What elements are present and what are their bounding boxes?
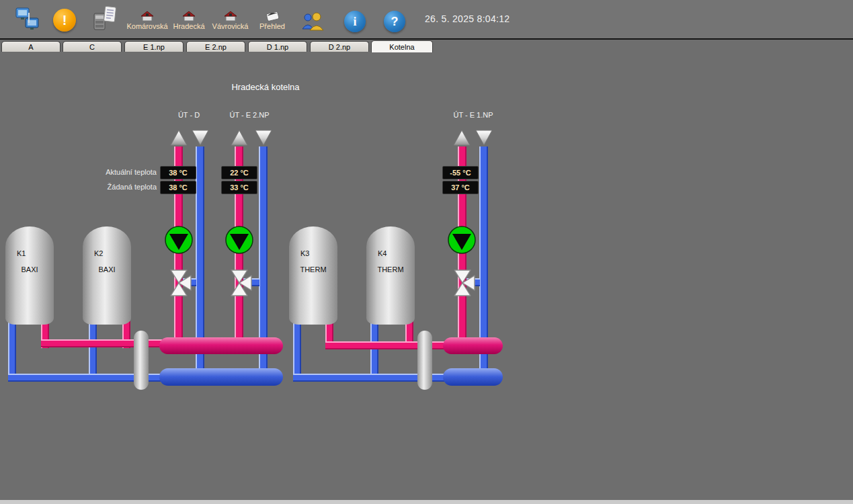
circuit-label-ut-e1np: ÚT - E 1.NP <box>440 111 507 119</box>
tab-a[interactable]: A <box>1 41 60 52</box>
boiler-k3-return-stub <box>293 321 301 382</box>
return-down-arrow-icon <box>191 129 210 146</box>
circuit-label-ut-d: ÚT - D <box>162 111 216 119</box>
boiler-id: K1 <box>17 249 26 257</box>
tab-e2np[interactable]: E 2.np <box>186 41 245 52</box>
site-button-hradecka[interactable]: Hradecká <box>169 5 209 35</box>
help-icon: ? <box>384 11 405 32</box>
return-down-arrow-icon <box>254 129 273 146</box>
tab-d2np[interactable]: D 2.np <box>310 41 369 52</box>
tab-kotelna[interactable]: Kotelna <box>371 40 433 52</box>
info-icon: i <box>344 11 366 32</box>
building-icon <box>140 10 155 22</box>
return-header-right <box>443 368 503 386</box>
mixing-valve-ut-e2np-icon <box>227 266 253 300</box>
boiler-brand: THERM <box>289 265 337 274</box>
supply-up-arrow-icon <box>169 129 188 146</box>
circuit-label-ut-e2np: ÚT - E 2.NP <box>216 111 283 119</box>
supply-up-arrow-icon <box>230 129 249 146</box>
return-header-left <box>159 368 283 386</box>
building-icon <box>181 10 196 22</box>
help-button[interactable]: ? <box>384 9 407 34</box>
boiler-brand: BAXI <box>5 265 54 274</box>
bottom-strip <box>0 500 853 504</box>
report-print-button[interactable] <box>91 0 118 38</box>
toolbar: ! Komárov <box>0 0 853 40</box>
site-button-vavrovicka[interactable]: Vávrovická <box>209 5 251 35</box>
circulation-pump-ut-d-icon <box>164 225 194 255</box>
tab-c[interactable]: C <box>63 41 122 52</box>
boiler-brand: BAXI <box>83 265 131 274</box>
boiler-k1: K1 BAXI <box>5 226 54 325</box>
alarm-button[interactable]: ! <box>53 7 79 34</box>
actual-temp-display-ut-d: 38 °C <box>160 166 196 179</box>
overview-button[interactable]: Přehled <box>255 5 290 35</box>
boiler-k4: K4 THERM <box>366 226 415 325</box>
supply-header-right <box>443 337 503 354</box>
tab-strip: A C E 1.np E 2.np D 1.np D 2.np Kotelna <box>0 40 853 54</box>
boiler-k3: K3 THERM <box>289 226 337 325</box>
site-button-label: Vávrovická <box>209 22 251 30</box>
overview-page-icon <box>264 10 280 22</box>
datetime-display: 26. 5. 2025 8:04:12 <box>425 13 510 24</box>
boiler-k2: K2 BAXI <box>83 226 131 325</box>
tab-e1np[interactable]: E 1.np <box>124 41 184 52</box>
setpoint-temp-display-ut-e2np: 33 °C <box>221 181 257 194</box>
mixing-valve-ut-e1np-icon <box>450 266 477 300</box>
boiler-k1-return-stub <box>8 321 16 382</box>
users-icon <box>300 11 325 32</box>
alarm-warning-icon: ! <box>53 9 76 32</box>
mimic-canvas: Hradecká kotelna ÚT - D ÚT - E 2.NP ÚT -… <box>0 54 853 500</box>
hydraulic-separator-right <box>417 331 432 390</box>
boiler-id: K4 <box>378 249 387 257</box>
site-button-komarovska[interactable]: Komárovská <box>125 5 169 35</box>
boiler-k2-return-stub <box>89 321 97 382</box>
return-down-arrow-icon <box>475 129 493 146</box>
tab-d1np[interactable]: D 1.np <box>248 41 307 52</box>
setpoint-temp-display-ut-d: 38 °C <box>160 181 196 194</box>
scada-window: ! Komárov <box>0 0 853 504</box>
setpoint-temp-display-ut-e1np: 37 °C <box>442 181 479 194</box>
users-button[interactable] <box>300 9 325 34</box>
supply-header-left <box>159 337 283 354</box>
building-icon <box>223 10 238 22</box>
site-button-label: Komárovská <box>125 22 169 30</box>
circulation-pump-ut-e1np-icon <box>447 225 477 255</box>
site-button-label: Hradecká <box>169 22 209 30</box>
hydraulic-separator-left <box>134 331 149 390</box>
mixing-valve-ut-d-icon <box>166 266 193 300</box>
boiler-brand: THERM <box>366 265 415 274</box>
info-button[interactable]: i <box>344 9 367 34</box>
actual-temp-display-ut-e1np: -55 °C <box>442 166 479 179</box>
page-title: Hradecká kotelna <box>202 82 329 92</box>
network-connection-button[interactable] <box>13 0 42 38</box>
overview-button-label: Přehled <box>255 22 290 30</box>
circulation-pump-ut-e2np-icon <box>225 225 254 255</box>
actual-temp-row-label: Aktuální teplota <box>83 168 157 176</box>
boiler-id: K2 <box>94 249 103 257</box>
boiler-id: K3 <box>300 249 309 257</box>
network-computers-icon <box>14 5 41 33</box>
actual-temp-display-ut-e2np: 22 °C <box>221 166 257 179</box>
boiler-k4-return-stub <box>370 321 378 382</box>
setpoint-temp-row-label: Žádaná teplota <box>83 183 157 191</box>
supply-up-arrow-icon <box>452 129 471 146</box>
printer-report-icon <box>92 4 118 34</box>
